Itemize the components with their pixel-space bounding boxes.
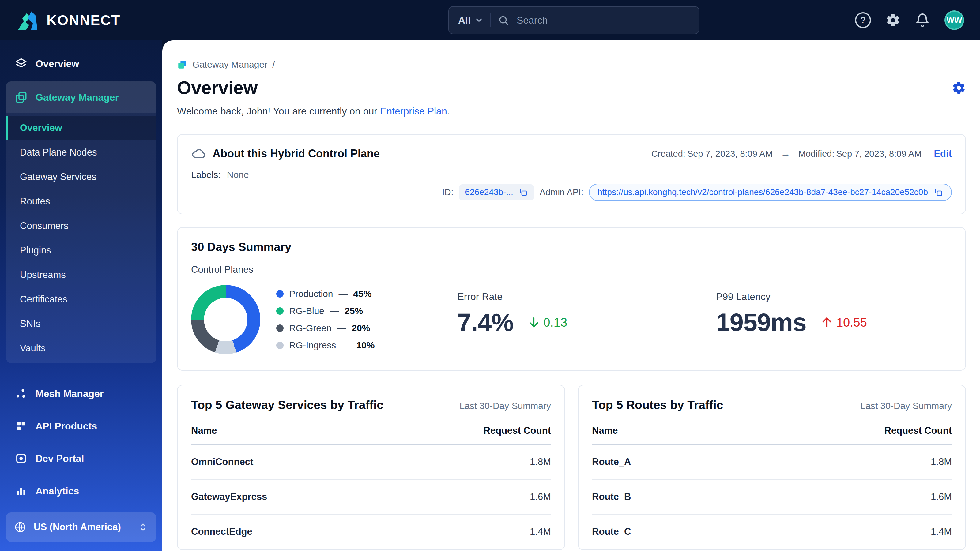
legend-dot: [276, 290, 283, 297]
service-name: OmniConnect: [191, 456, 253, 467]
about-meta: Created:Sep 7, 2023, 8:09 AM → Modified:…: [651, 148, 952, 159]
admin-api-url: https://us.api.konghq.tech/v2/control-pl…: [598, 187, 928, 197]
submenu-item-routes[interactable]: Routes: [6, 189, 156, 214]
sidebar-item-label: Dev Portal: [35, 453, 84, 464]
labels-label: Labels:: [191, 170, 221, 180]
col-request-count: Request Count: [484, 425, 551, 436]
sidebar-item-api-products[interactable]: API Products: [6, 411, 156, 441]
legend-pct: 45%: [353, 289, 371, 299]
brand[interactable]: KONNECT: [16, 9, 120, 32]
table-row[interactable]: ConnectEdge 1.4M: [191, 514, 551, 549]
kong-logo-icon: [16, 9, 39, 32]
sidebar-item-mesh-manager[interactable]: Mesh Manager: [6, 379, 156, 408]
avatar[interactable]: WW: [945, 10, 964, 30]
table-row[interactable]: OmniConnect 1.8M: [191, 445, 551, 480]
submenu-item-consumers[interactable]: Consumers: [6, 214, 156, 238]
welcome-suffix: .: [447, 106, 450, 117]
error-rate-metric: Error Rate 7.4% 0.13: [457, 285, 716, 337]
topbar-actions: ? WW: [855, 10, 964, 30]
control-plane-id-pill[interactable]: 626e243b-...: [459, 184, 534, 200]
search-filter-label: All: [458, 15, 471, 26]
modified-label: Modified:: [799, 149, 835, 159]
service-name: ConnectEdge: [191, 526, 252, 537]
enterprise-plan-link[interactable]: Enterprise Plan: [380, 106, 447, 117]
submenu-item-overview[interactable]: Overview: [6, 116, 156, 140]
breadcrumb-separator: /: [272, 59, 275, 70]
top-gateway-services-card: Top 5 Gateway Services by Traffic Last 3…: [177, 385, 565, 550]
error-rate-value: 7.4%: [457, 308, 513, 337]
chevron-down-icon: [474, 16, 484, 25]
legend-dot: [276, 307, 283, 315]
route-name: Route_A: [592, 456, 631, 467]
table-subtitle: Last 30-Day Summary: [460, 401, 551, 411]
table-row[interactable]: Route_C 1.4M: [592, 514, 952, 549]
gateway-manager-section: Gateway Manager Overview Data Plane Node…: [6, 81, 156, 363]
table-row[interactable]: Route_A 1.8M: [592, 445, 952, 480]
portal-icon: [15, 452, 27, 465]
control-plane-icon: [177, 59, 188, 70]
legend-item: RG-Blue — 25%: [276, 306, 375, 316]
submenu-item-data-plane-nodes[interactable]: Data Plane Nodes: [6, 140, 156, 165]
table-row[interactable]: Route_B 1.6M: [592, 480, 952, 514]
legend-name: RG-Blue: [289, 306, 324, 316]
request-count: 1.6M: [530, 491, 551, 502]
col-name: Name: [592, 425, 618, 436]
gear-icon[interactable]: [886, 13, 900, 27]
request-count: 1.6M: [931, 491, 952, 502]
help-icon[interactable]: ?: [855, 12, 871, 28]
submenu-label: Overview: [20, 122, 62, 133]
submenu-item-upstreams[interactable]: Upstreams: [6, 263, 156, 287]
chart-label: Control Planes: [191, 264, 952, 275]
divider: [490, 13, 491, 27]
col-name: Name: [191, 425, 217, 436]
modified-value: Sep 7, 2023, 8:09 AM: [836, 149, 922, 159]
table-subtitle: Last 30-Day Summary: [861, 401, 952, 411]
admin-api-url-pill[interactable]: https://us.api.konghq.tech/v2/control-pl…: [589, 184, 952, 201]
bell-icon[interactable]: [915, 13, 930, 27]
topbar: KONNECT All ? WW: [0, 0, 980, 40]
global-search[interactable]: All: [449, 6, 700, 34]
submenu-item-gateway-services[interactable]: Gateway Services: [6, 165, 156, 189]
submenu-label: Upstreams: [20, 269, 66, 280]
search-input[interactable]: [516, 14, 690, 26]
breadcrumb-gateway-manager[interactable]: Gateway Manager: [192, 59, 267, 70]
legend-pct: 25%: [345, 306, 363, 316]
submenu-label: SNIs: [20, 318, 40, 329]
edit-button[interactable]: Edit: [934, 148, 952, 159]
sidebar-item-overview[interactable]: Overview: [6, 49, 156, 78]
selector-chevrons-icon: [138, 522, 148, 532]
submenu-item-vaults[interactable]: Vaults: [6, 336, 156, 360]
control-plane-settings-icon[interactable]: [952, 81, 966, 95]
bar-chart-icon: [15, 484, 27, 497]
legend-dot: [276, 341, 283, 349]
table-title: Top 5 Routes by Traffic: [592, 398, 723, 412]
submenu-label: Routes: [20, 196, 50, 207]
table-header: Name Request Count: [592, 425, 952, 445]
submenu-label: Data Plane Nodes: [20, 147, 97, 158]
brand-name: KONNECT: [46, 12, 120, 29]
sidebar-item-label: Analytics: [35, 486, 79, 497]
submenu-item-plugins[interactable]: Plugins: [6, 238, 156, 263]
metric-label: P99 Latency: [716, 291, 952, 302]
about-card-title: About this Hybrid Control Plane: [213, 147, 380, 160]
copy-icon[interactable]: [518, 187, 528, 197]
sidebar-item-dev-portal[interactable]: Dev Portal: [6, 444, 156, 473]
region-selector[interactable]: US (North America): [6, 513, 156, 542]
copy-icon[interactable]: [934, 187, 943, 197]
globe-icon: [14, 521, 26, 533]
sidebar-item-gateway-manager[interactable]: Gateway Manager: [6, 81, 156, 113]
legend-pct: 10%: [356, 340, 375, 351]
sidebar-item-label: Overview: [35, 58, 79, 70]
legend-name: Production: [289, 289, 333, 299]
delta-value: 10.55: [836, 316, 867, 329]
search-filter-dropdown[interactable]: All: [458, 15, 484, 26]
welcome-text: Welcome back, John! You are currently on…: [177, 106, 966, 117]
sidebar-item-analytics[interactable]: Analytics: [6, 476, 156, 506]
sidebar-item-label: Gateway Manager: [35, 92, 119, 103]
created-label: Created:: [651, 149, 686, 159]
submenu-item-snis[interactable]: SNIs: [6, 311, 156, 336]
legend-pct: 20%: [352, 323, 370, 333]
table-row[interactable]: GatewayExpress 1.6M: [191, 480, 551, 514]
page-title: Overview: [177, 77, 258, 98]
submenu-item-certificates[interactable]: Certificates: [6, 287, 156, 311]
